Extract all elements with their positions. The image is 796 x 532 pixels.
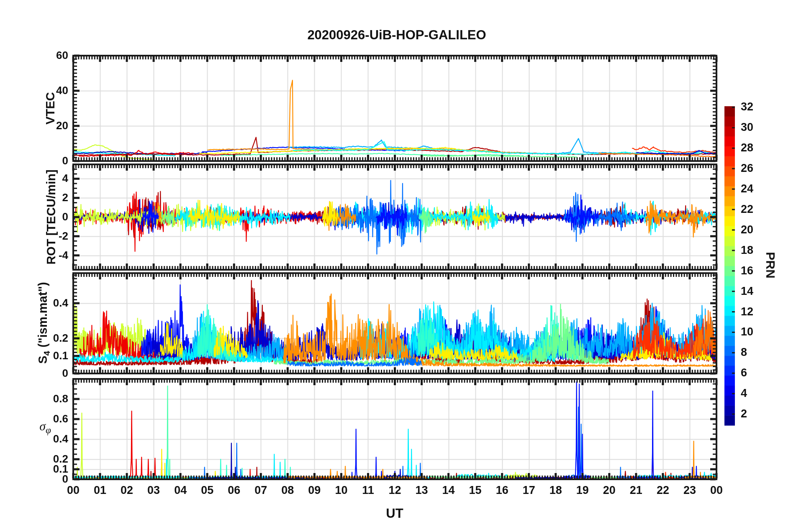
colorbar-tick-label: 10 — [741, 325, 753, 338]
x-tick-label: 04 — [167, 484, 194, 497]
y-tick-label-ROT: 0 — [16, 210, 68, 223]
x-tick-label: 20 — [596, 484, 623, 497]
colorbar-tick-label: 12 — [741, 305, 753, 318]
x-tick-label: 22 — [650, 484, 676, 497]
y-tick-label-S4: 0 — [16, 367, 68, 380]
figure-root: 20200926-UiB-HOP-GALILEO VTEC ROT [TECU/… — [0, 0, 796, 532]
x-tick-label: 19 — [569, 484, 596, 497]
x-tick-label: 17 — [516, 484, 542, 497]
x-tick-label: 15 — [462, 484, 489, 497]
x-tick-label: 01 — [87, 484, 113, 497]
y-tick-label-sigma-phi: 0.6 — [16, 412, 68, 425]
plot-canvas — [0, 0, 796, 532]
y-tick-label-VTEC: 60 — [16, 49, 68, 62]
x-tick-label: 13 — [408, 484, 435, 497]
y-tick-label-sigma-phi: 0.4 — [16, 432, 68, 445]
y-tick-label-sigma-phi: 0.8 — [16, 392, 68, 405]
y-tick-label-ROT: -4 — [16, 249, 68, 262]
colorbar-tick-label: 8 — [741, 346, 747, 359]
colorbar-tick-label: 18 — [741, 244, 753, 257]
x-tick-label: 03 — [140, 484, 167, 497]
colorbar-tick-label: 14 — [741, 285, 753, 298]
colorbar-tick-label: 22 — [741, 203, 753, 216]
y-tick-label-S4: 0.2 — [16, 332, 68, 345]
colorbar-tick-label: 24 — [741, 182, 753, 195]
x-tick-label: 11 — [354, 484, 381, 497]
colorbar-tick-label: 26 — [741, 162, 753, 175]
x-tick-label: 16 — [489, 484, 516, 497]
x-tick-label: 10 — [328, 484, 354, 497]
colorbar-tick-label: 28 — [741, 141, 753, 154]
y-tick-label-S4: 0.4 — [16, 297, 68, 309]
y-tick-label-VTEC: 0 — [16, 154, 68, 167]
x-tick-label: 09 — [301, 484, 328, 497]
y-tick-label-ROT: 2 — [16, 191, 68, 204]
colorbar-label: PRN — [763, 252, 778, 278]
y-tick-label-sigma-phi: 0.2 — [16, 453, 68, 466]
colorbar-tick-label: 20 — [741, 223, 753, 236]
x-tick-label: 00 — [703, 484, 730, 497]
y-tick-label-ROT: 4 — [16, 172, 68, 185]
y-tick-label-S4: 0.1 — [16, 349, 68, 362]
colorbar-tick-label: 32 — [741, 100, 753, 113]
x-axis-label: UT — [386, 506, 403, 521]
y-tick-label-VTEC: 20 — [16, 119, 68, 132]
x-tick-label: 00 — [60, 484, 87, 497]
x-tick-label: 12 — [382, 484, 408, 497]
colorbar-tick-label: 30 — [741, 121, 753, 134]
colorbar-tick-label: 6 — [741, 366, 747, 379]
colorbar-tick-label: 2 — [741, 407, 747, 420]
colorbar-tick-label: 16 — [741, 264, 753, 277]
chart-title: 20200926-UiB-HOP-GALILEO — [307, 28, 486, 43]
y-tick-label-ROT: -2 — [16, 230, 68, 243]
x-tick-label: 21 — [623, 484, 650, 497]
colorbar-tick-label: 4 — [741, 387, 747, 400]
x-tick-label: 18 — [542, 484, 569, 497]
x-tick-label: 05 — [194, 484, 221, 497]
x-tick-label: 14 — [435, 484, 462, 497]
y-tick-label-VTEC: 40 — [16, 84, 68, 97]
x-tick-label: 06 — [221, 484, 247, 497]
x-tick-label: 23 — [676, 484, 703, 497]
x-tick-label: 02 — [113, 484, 140, 497]
x-tick-label: 08 — [274, 484, 301, 497]
x-tick-label: 07 — [247, 484, 274, 497]
